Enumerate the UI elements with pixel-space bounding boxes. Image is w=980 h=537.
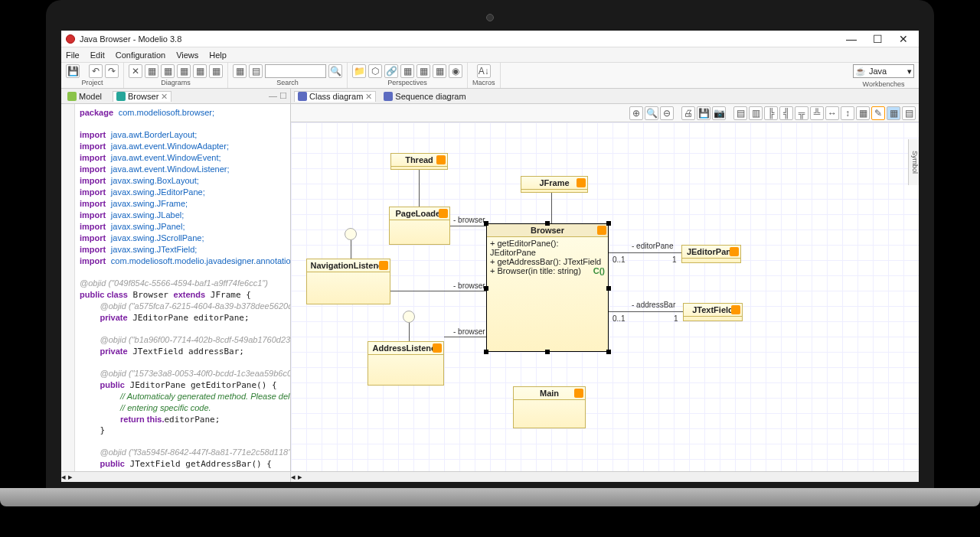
java-icon bbox=[439, 209, 448, 218]
symbol-panel-tab[interactable]: Symbol bbox=[908, 139, 919, 185]
tab-sequence-diagram[interactable]: Sequence diagram bbox=[381, 92, 469, 101]
java-icon bbox=[597, 226, 606, 235]
java-icon bbox=[379, 261, 388, 270]
java-icon bbox=[433, 343, 442, 353]
grid-icon[interactable]: ▦ bbox=[856, 106, 870, 120]
minimize-pane-icon[interactable]: — ☐ bbox=[269, 91, 287, 101]
java-icon bbox=[731, 305, 740, 314]
java-icon bbox=[577, 178, 586, 187]
class-pageloader[interactable]: PageLoader bbox=[389, 207, 450, 245]
diagram-button-5[interactable]: ▦ bbox=[209, 64, 223, 78]
tree-icon bbox=[67, 92, 77, 101]
java-icon bbox=[574, 389, 583, 398]
java-icon bbox=[436, 155, 446, 164]
connector bbox=[450, 226, 486, 226]
align-icon-6[interactable]: ╩ bbox=[810, 106, 824, 120]
snapshot-icon[interactable]: 📷 bbox=[712, 106, 726, 120]
align-icon-3[interactable]: ╠ bbox=[764, 106, 778, 120]
close-tab-icon[interactable]: ✕ bbox=[365, 92, 372, 102]
diagram-button[interactable]: ▦ bbox=[145, 64, 158, 78]
left-scrollbar[interactable]: ◂ ▸ bbox=[61, 471, 290, 482]
close-button[interactable]: ✕ bbox=[893, 34, 914, 44]
search-button[interactable]: 🔍 bbox=[328, 64, 342, 78]
window-title: Java Browser - Modelio 3.8 bbox=[80, 34, 181, 44]
search-input[interactable] bbox=[265, 64, 326, 78]
menu-configuration[interactable]: Configuration bbox=[116, 50, 165, 60]
persp-2[interactable]: ⬡ bbox=[368, 64, 382, 78]
right-scrollbar[interactable]: ◂ ▸ bbox=[291, 471, 919, 482]
class-diagram-icon bbox=[298, 92, 307, 101]
class-main[interactable]: Main bbox=[513, 386, 586, 428]
redo-button[interactable]: ↷ bbox=[105, 64, 119, 78]
sequence-diagram-icon bbox=[384, 92, 393, 101]
persp-3[interactable]: 🔗 bbox=[384, 64, 398, 78]
app-icon bbox=[66, 34, 75, 44]
menu-edit[interactable]: Edit bbox=[90, 50, 105, 60]
laptop-camera bbox=[486, 14, 494, 21]
toolbar: 💾 ↶ ↷ Project ✕ ▦ ▦ ▦ ▦ ▦ Diagrams bbox=[61, 63, 919, 89]
workbench-select[interactable]: ☕ Java ▾ bbox=[853, 64, 914, 78]
diagram-canvas[interactable]: Symbol Thread JFrame PageLoader bbox=[291, 122, 919, 471]
zoom-fit-icon[interactable]: 🔍 bbox=[645, 106, 658, 120]
macros-label: Macros bbox=[472, 79, 495, 86]
file-icon bbox=[116, 92, 126, 101]
class-browser[interactable]: Browser + getEditorPane(): JEditorPane +… bbox=[486, 223, 609, 352]
class-jframe[interactable]: JFrame bbox=[521, 176, 588, 193]
persp-7[interactable]: ◉ bbox=[449, 64, 462, 78]
print-icon[interactable]: 🖨 bbox=[681, 106, 695, 120]
diagram-button-2[interactable]: ▦ bbox=[161, 64, 175, 78]
magic-icon[interactable]: ✎ bbox=[871, 106, 885, 120]
minimize-button[interactable]: — bbox=[841, 34, 862, 44]
menu-help[interactable]: Help bbox=[209, 50, 227, 60]
menu-file[interactable]: File bbox=[66, 50, 80, 60]
code-gutter bbox=[61, 104, 75, 471]
diagram-toolbar: ⊕ 🔍 ⊖ 🖨 💾 📷 ▤ ▥ ╠ ╣ ╦ ╩ ↔ ↕ ▦ bbox=[291, 104, 919, 122]
class-thread[interactable]: Thread bbox=[390, 153, 448, 170]
dist-icon[interactable]: ↔ bbox=[825, 106, 839, 120]
align-icon-5[interactable]: ╦ bbox=[795, 106, 808, 120]
save-diagram-icon[interactable]: 💾 bbox=[697, 106, 710, 120]
search-tool-1[interactable]: ▦ bbox=[233, 64, 247, 78]
align-icon-2[interactable]: ▥ bbox=[749, 106, 763, 120]
search-tool-2[interactable]: ▤ bbox=[249, 64, 263, 78]
align-icon[interactable]: ▤ bbox=[733, 106, 747, 120]
titlebar: Java Browser - Modelio 3.8 — ☐ ✕ bbox=[61, 31, 919, 47]
diagrams-label: Diagrams bbox=[161, 79, 191, 86]
props-icon[interactable]: ▤ bbox=[902, 106, 916, 120]
menubar: File Edit Configuration Views Help bbox=[61, 47, 919, 63]
interface-lollipop-icon bbox=[403, 311, 415, 323]
connector bbox=[351, 240, 351, 259]
tab-browser[interactable]: Browser ✕ bbox=[113, 91, 172, 102]
connector bbox=[609, 252, 681, 253]
persp-4[interactable]: ▦ bbox=[400, 64, 414, 78]
connector bbox=[390, 291, 486, 291]
tab-class-diagram[interactable]: Class diagram ✕ bbox=[294, 91, 376, 102]
tool-icon[interactable]: ✕ bbox=[129, 64, 142, 78]
undo-button[interactable]: ↶ bbox=[89, 64, 103, 78]
zoom-in-icon[interactable]: ⊕ bbox=[629, 106, 643, 120]
class-navigationlistener[interactable]: NavigationListener bbox=[306, 259, 390, 304]
grid-toggle-icon[interactable]: ▦ bbox=[887, 106, 900, 120]
class-jtextfield[interactable]: JTextField bbox=[683, 303, 743, 321]
align-icon-4[interactable]: ╣ bbox=[779, 106, 793, 120]
dist-icon-2[interactable]: ↕ bbox=[841, 106, 854, 120]
persp-6[interactable]: ▦ bbox=[433, 64, 446, 78]
persp-1[interactable]: 📁 bbox=[352, 64, 366, 78]
close-tab-icon[interactable]: ✕ bbox=[161, 92, 168, 102]
workbench-selected: Java bbox=[869, 67, 887, 76]
class-jeditorpane[interactable]: JEditorPane bbox=[681, 245, 741, 263]
diagram-button-4[interactable]: ▦ bbox=[193, 64, 207, 78]
tab-model[interactable]: Model bbox=[64, 92, 105, 101]
workbenches-label: Workbenches bbox=[863, 80, 905, 88]
maximize-button[interactable]: ☐ bbox=[867, 34, 888, 44]
class-addresslistener[interactable]: AddressListener bbox=[368, 341, 444, 386]
macros-button[interactable]: A↓ bbox=[477, 64, 491, 78]
connector bbox=[409, 323, 410, 341]
code-editor[interactable]: package com.modeliosoft.browser; import … bbox=[75, 104, 290, 471]
menu-views[interactable]: Views bbox=[176, 50, 198, 60]
diagram-button-3[interactable]: ▦ bbox=[177, 64, 191, 78]
persp-5[interactable]: ▦ bbox=[416, 64, 430, 78]
connector bbox=[419, 170, 420, 207]
zoom-out-icon[interactable]: ⊖ bbox=[660, 106, 674, 120]
save-button[interactable]: 💾 bbox=[66, 64, 80, 78]
